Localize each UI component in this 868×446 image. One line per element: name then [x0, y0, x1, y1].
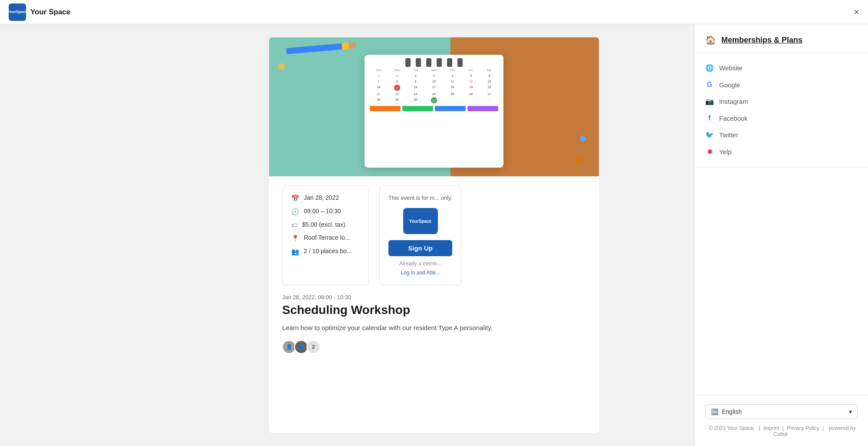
- signup-button[interactable]: Sign Up: [388, 240, 452, 256]
- event-location-value: Roof Terrace lo...: [304, 234, 350, 241]
- event-places-value: 2 / 10 places bo...: [304, 248, 352, 254]
- calendar-grid: 31 1 2 3 4 5 6 7 8 9 10 11 12 13: [368, 73, 500, 103]
- sidebar-link-yelp[interactable]: ✱ Yelp: [705, 143, 858, 160]
- footer-separator-1: |: [759, 425, 761, 431]
- calendar-icon: 📅: [291, 195, 299, 202]
- app-title: Your Space: [30, 8, 70, 17]
- calendar-illustration: Sun Mon Tue Wed Thu Fri Sat 31 1 2 3 4: [365, 55, 503, 168]
- tack-gold: [575, 156, 582, 163]
- sidebar-header: 🏠 Memberships & Plans: [695, 24, 868, 53]
- sidebar-links: 🌐 Website G Google 📷 Instagram f Faceboo…: [695, 53, 868, 168]
- footer-separator-2: |: [783, 425, 785, 431]
- tag-icon: 🏷: [291, 221, 298, 229]
- sidebar-link-facebook[interactable]: f Facebook: [705, 110, 858, 126]
- sidebar-link-website[interactable]: 🌐 Website: [705, 59, 858, 76]
- sidebar-link-yelp-label: Yelp: [719, 148, 732, 155]
- sidebar-link-instagram[interactable]: 📷 Instagram: [705, 93, 858, 110]
- already-member-text: Already a memb...: [388, 261, 452, 267]
- event-image: Sun Mon Tue Wed Thu Fri Sat 31 1 2 3 4: [269, 37, 599, 176]
- event-info-box: 📅 Jan 28, 2022 🕘 09:00 – 10:30 🏷 $5.00 (…: [282, 185, 369, 285]
- logo-box: Your Space: [9, 3, 26, 21]
- sidebar-link-facebook-label: Facebook: [719, 115, 748, 122]
- footer-links: © 2022 Your Space | Imprint | Privacy Po…: [705, 425, 858, 437]
- yourspace-badge: Your Space: [403, 208, 438, 234]
- tack-blue: [580, 135, 586, 142]
- event-time-value: 09:00 – 10:30: [304, 208, 341, 215]
- twitter-icon: 🐦: [705, 131, 714, 139]
- website-icon: 🌐: [705, 64, 714, 72]
- logo-text: Your: [7, 10, 16, 14]
- tack-yellow: [279, 63, 285, 69]
- copyright-text: © 2022 Your Space: [709, 425, 754, 431]
- event-members-box: This event is for m... only. Your Space …: [379, 185, 461, 285]
- google-icon: G: [705, 81, 714, 89]
- close-button[interactable]: ×: [854, 7, 859, 17]
- event-price-value: $5.00 (excl. tax): [302, 221, 345, 228]
- event-main-info: Jan 28, 2022, 09:00 - 10:30 Scheduling W…: [269, 285, 599, 354]
- sidebar-link-twitter[interactable]: 🐦 Twitter: [705, 126, 858, 143]
- event-description: Learn how to optimize your calendar with…: [282, 324, 586, 331]
- sidebar-link-twitter-label: Twitter: [719, 131, 738, 139]
- members-message: This event is for m... only.: [388, 194, 452, 202]
- people-icon: 👥: [291, 248, 299, 256]
- chevron-down-icon: ▾: [849, 408, 852, 415]
- logo-container[interactable]: Your Space Your Space: [9, 3, 70, 21]
- location-icon: 📍: [291, 235, 299, 242]
- event-location-item: 📍 Roof Terrace lo...: [291, 234, 360, 242]
- top-navigation: Your Space Your Space ×: [0, 0, 868, 24]
- sidebar-footer: 🔤 English ▾ © 2022 Your Space | Imprint …: [695, 395, 868, 446]
- language-icon: 🔤: [711, 408, 718, 415]
- sidebar-link-google[interactable]: G Google: [705, 76, 858, 93]
- event-places-item: 👥 2 / 10 places bo...: [291, 248, 360, 256]
- clock-icon: 🕘: [291, 208, 299, 216]
- event-details-row: 📅 Jan 28, 2022 🕘 09:00 – 10:30 🏷 $5.00 (…: [269, 176, 599, 285]
- calendar-rings: [368, 58, 500, 67]
- logo-text2: Space: [16, 10, 28, 14]
- language-label: English: [722, 408, 742, 415]
- event-card: Sun Mon Tue Wed Thu Fri Sat 31 1 2 3 4: [269, 37, 599, 433]
- sidebar-link-instagram-label: Instagram: [719, 98, 748, 105]
- yelp-icon: ✱: [705, 148, 714, 156]
- event-title: Scheduling Workshop: [282, 303, 586, 317]
- attendees-row: 👤 👤 2: [282, 340, 586, 354]
- instagram-icon: 📷: [705, 97, 714, 106]
- language-select[interactable]: 🔤 English ▾: [705, 404, 858, 419]
- event-price-item: 🏷 $5.00 (excl. tax): [291, 221, 360, 229]
- sidebar-title[interactable]: Memberships & Plans: [721, 36, 802, 45]
- calendar-colorbar: [368, 103, 500, 111]
- event-date-small: Jan 28, 2022, 09:00 - 10:30: [282, 294, 586, 301]
- privacy-link[interactable]: Privacy Policy: [787, 425, 819, 431]
- event-date-value: Jan 28, 2022: [304, 194, 339, 201]
- footer-separator-3: |: [822, 425, 825, 431]
- sidebar-link-google-label: Google: [719, 81, 740, 89]
- login-attend-link[interactable]: Log In and Atte...: [401, 270, 440, 276]
- right-sidebar: 🏠 Memberships & Plans 🌐 Website G Google…: [694, 24, 868, 446]
- sidebar-link-website-label: Website: [719, 64, 743, 72]
- calendar-header: Sun Mon Tue Wed Thu Fri Sat: [368, 69, 500, 72]
- imprint-link[interactable]: Imprint: [763, 425, 779, 431]
- attendee-count: 2: [306, 340, 320, 354]
- facebook-icon: f: [705, 114, 714, 122]
- event-date-item: 📅 Jan 28, 2022: [291, 194, 360, 202]
- event-time-item: 🕘 09:00 – 10:30: [291, 208, 360, 216]
- home-icon: 🏠: [705, 35, 716, 45]
